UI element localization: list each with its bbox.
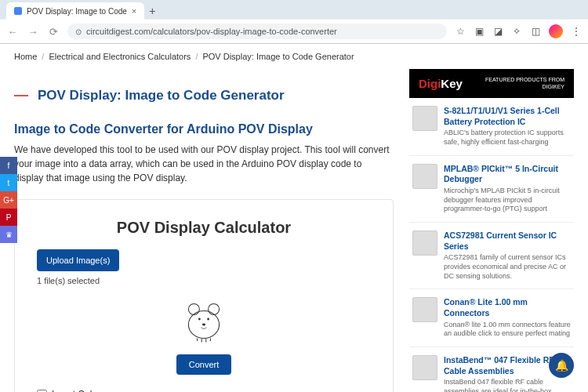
digikey-tagline: FEATURED PRODUCTS FROM DIGIKEY	[463, 77, 564, 90]
svg-point-3	[198, 318, 201, 321]
invert-label: Invert Colors	[52, 389, 105, 392]
product-item[interactable]: Conan® Lite 1.00 mm ConnectorsConan® lit…	[409, 289, 574, 347]
digikey-logo: DigiKey	[419, 77, 463, 90]
file-status: 1 file(s) selected	[37, 276, 371, 285]
reload-button[interactable]: ⟳	[47, 26, 60, 38]
section-heading: Image to Code Converter for Arduino POV …	[14, 122, 394, 136]
product-name[interactable]: S-82L1/T1/U1/V1 Series 1-Cell Battery Pr…	[444, 106, 571, 127]
extension-icon-2[interactable]: ◪	[492, 26, 503, 37]
accent-dash	[14, 95, 28, 96]
product-name[interactable]: Conan® Lite 1.00 mm Connectors	[444, 297, 571, 318]
svg-point-4	[207, 318, 209, 321]
sidebar: DigiKey FEATURED PRODUCTS FROM DIGIKEY S…	[409, 69, 574, 392]
menu-icon[interactable]: ⋮	[571, 26, 582, 37]
product-thumb	[412, 355, 437, 380]
breadcrumb: Home / Electrical and Electronics Calcul…	[0, 44, 588, 69]
product-item[interactable]: MPLAB® PICkit™ 5 In-Circuit DebuggerMicr…	[409, 156, 574, 223]
preview-image	[176, 292, 231, 347]
breadcrumb-home[interactable]: Home	[14, 52, 37, 61]
product-item[interactable]: S-82L1/T1/U1/V1 Series 1-Cell Battery Pr…	[409, 98, 574, 156]
extensions-menu-icon[interactable]: ✧	[511, 26, 522, 37]
pinterest-share-icon[interactable]: P	[0, 209, 17, 226]
product-name[interactable]: ACS72981 Current Sensor IC Series	[444, 230, 571, 252]
panel-icon[interactable]: ◫	[530, 26, 541, 37]
favicon	[14, 7, 22, 15]
calculator-title: POV Display Calculator	[37, 219, 371, 237]
invert-colors-row[interactable]: Invert Colors	[37, 389, 371, 392]
forward-button[interactable]: →	[27, 26, 39, 38]
convert-button[interactable]: Convert	[176, 354, 232, 375]
product-item[interactable]: ACS72981 Current Sensor IC SeriesACS7298…	[409, 223, 574, 289]
product-thumb	[412, 230, 437, 256]
notifications-fab[interactable]: 🔔	[549, 353, 574, 378]
breadcrumb-category[interactable]: Electrical and Electronics Calculators	[49, 52, 191, 61]
section-description: We have developed this tool to be used w…	[14, 143, 394, 185]
product-thumb	[412, 164, 437, 189]
product-name[interactable]: MPLAB® PICkit™ 5 In-Circuit Debugger	[444, 164, 571, 185]
product-desc: Microchip's MPLAB PICkit 5 in-circuit de…	[444, 187, 571, 214]
url-text: circuitdigest.com/calculators/pov-displa…	[86, 27, 337, 36]
twitter-share-icon[interactable]: t	[0, 174, 17, 191]
breadcrumb-page: POV Display: Image to Code Generator	[202, 52, 354, 61]
tab-title: POV Display: Image to Code	[27, 7, 127, 16]
svg-point-1	[188, 303, 199, 314]
extension-icon[interactable]: ▣	[474, 26, 485, 37]
close-icon[interactable]: ×	[132, 6, 136, 16]
facebook-share-icon[interactable]: f	[0, 157, 17, 174]
avatar[interactable]	[549, 24, 563, 38]
calculator-card: POV Display Calculator Upload Image(s) 1…	[14, 199, 394, 392]
share-widget-icon[interactable]: ♛	[0, 226, 17, 243]
back-button[interactable]: ←	[6, 26, 19, 38]
address-bar[interactable]: ⊙ circuitdigest.com/calculators/pov-disp…	[67, 24, 447, 39]
bell-icon: 🔔	[555, 359, 568, 372]
digikey-header: DigiKey FEATURED PRODUCTS FROM DIGIKEY	[409, 69, 574, 98]
upload-button[interactable]: Upload Image(s)	[37, 249, 119, 271]
product-desc: ACS72981 family of current sensor ICs pr…	[444, 253, 571, 281]
site-info-icon[interactable]: ⊙	[75, 27, 82, 36]
share-bar: f t G+ P ♛	[0, 157, 17, 243]
browser-tab[interactable]: POV Display: Image to Code ×	[6, 2, 144, 20]
invert-checkbox[interactable]	[37, 390, 47, 393]
product-thumb	[412, 106, 437, 131]
product-desc: InstaBend 047 flexible RF cable assembli…	[444, 378, 571, 392]
product-desc: Conan® lite 1.00 mm connectors feature a…	[444, 321, 571, 339]
new-tab-button[interactable]: +	[144, 3, 160, 19]
google-plus-share-icon[interactable]: G+	[0, 191, 17, 209]
svg-point-2	[209, 303, 220, 314]
product-desc: ABLIC's battery protection IC supports s…	[444, 129, 571, 147]
page-title: POV Display: Image to Code Generator	[38, 88, 285, 103]
star-icon[interactable]: ☆	[455, 26, 466, 37]
svg-point-5	[202, 324, 205, 326]
product-thumb	[412, 297, 437, 322]
